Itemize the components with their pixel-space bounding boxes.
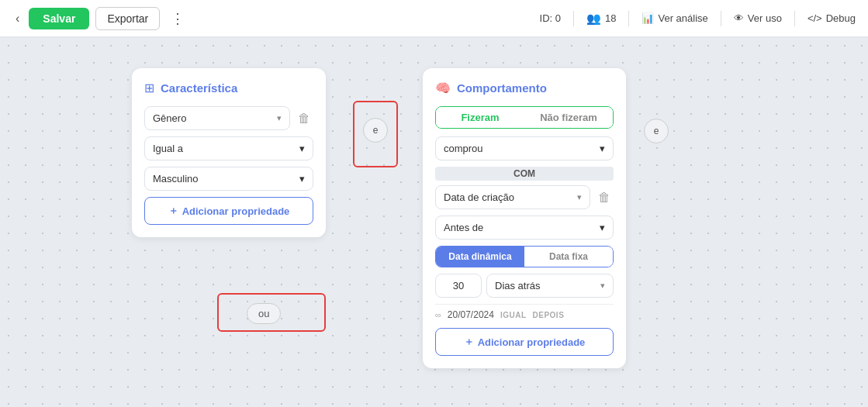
comprou-select[interactable]: comprou ▾	[435, 136, 614, 160]
connector-e1-label: e	[373, 125, 379, 136]
data-criacao-delete-button[interactable]: 🗑	[595, 188, 614, 208]
antes-de-select[interactable]: Antes de ▾	[435, 216, 614, 240]
antes-chevron-icon: ▾	[600, 222, 605, 233]
comprou-chevron-icon: ▾	[600, 143, 605, 154]
tab-data-fixa[interactable]: Data fixa	[524, 247, 613, 267]
com-badge: COM	[435, 167, 614, 181]
add-icon-comportamento: ＋	[464, 335, 474, 349]
add-property-button-comportamento[interactable]: ＋ Adicionar propriedade	[435, 328, 614, 356]
tab-nao-fizeram[interactable]: Não fizeram	[524, 107, 613, 128]
toolbar: ‹ Salvar Exportar ⋮ ID: 0 👥 18 📊 Ver aná…	[0, 0, 868, 37]
users-badge: 👥 18	[586, 12, 616, 26]
toolbar-right: ID: 0 👥 18 📊 Ver análise 👁 Ver uso </> D…	[540, 11, 856, 26]
dias-atras-label: Dias atrás	[495, 280, 541, 291]
ou-label: ou	[258, 308, 269, 319]
com-label: COM	[514, 168, 535, 179]
add-property-button-caracteristica[interactable]: ＋ Adicionar propriedade	[144, 197, 313, 225]
genero-chevron-icon: ▾	[277, 113, 282, 123]
antes-de-label: Antes de	[444, 222, 483, 233]
divider-4	[794, 11, 795, 26]
users-icon: 👥	[586, 12, 601, 26]
debug-button[interactable]: </> Debug	[807, 12, 856, 24]
genero-label: Gênero	[153, 112, 186, 124]
days-number-input[interactable]	[435, 274, 482, 298]
card-header-comportamento: 🧠 Comportamento	[435, 81, 614, 95]
genero-delete-button[interactable]: 🗑	[295, 109, 313, 129]
card-title-caracteristica: Característica	[161, 81, 237, 95]
export-button[interactable]: Exportar	[95, 7, 160, 30]
igual-chevron-icon: ▾	[299, 143, 305, 154]
masculino-label: Masculino	[153, 173, 199, 185]
comportamento-icon: 🧠	[435, 81, 451, 95]
toolbar-left: ‹ Salvar Exportar ⋮	[12, 7, 189, 30]
debug-icon: </>	[807, 12, 822, 24]
genero-select[interactable]: Gênero ▾	[144, 106, 290, 130]
back-button[interactable]: ‹	[12, 9, 22, 29]
tab-fizeram[interactable]: Fizeram	[436, 107, 524, 128]
more-button[interactable]: ⋮	[166, 7, 189, 30]
ver-analise-button[interactable]: 📊 Ver análise	[641, 12, 707, 24]
date-info-row: ∞ 20/07/2024 IGUAL DEPOIS	[435, 304, 614, 320]
add-prop-label-comportamento: Adicionar propriedade	[478, 336, 586, 348]
dias-atras-chevron-icon: ▾	[600, 281, 605, 291]
connector-e2[interactable]: e	[644, 119, 669, 143]
igual-tag: IGUAL	[500, 311, 527, 319]
ver-analise-label: Ver análise	[658, 12, 707, 24]
data-criacao-select[interactable]: Data de criação ▾	[435, 185, 590, 209]
data-type-tab-row: Data dinâmica Data fixa	[435, 246, 614, 267]
card-caracteristica: ⊞ Característica Gênero ▾ 🗑 Igual a ▾ Ma…	[132, 68, 326, 237]
igual-a-label: Igual a	[153, 143, 183, 154]
comprou-label: comprou	[444, 143, 483, 154]
date-value: 20/07/2024	[448, 309, 494, 320]
divider-3	[721, 11, 721, 26]
save-button[interactable]: Salvar	[29, 8, 89, 29]
ver-uso-label: Ver uso	[748, 12, 782, 24]
masculino-select[interactable]: Masculino ▾	[144, 167, 313, 191]
ou-badge[interactable]: ou	[247, 303, 281, 324]
add-prop-label-caracteristica: Adicionar propriedade	[182, 205, 290, 217]
divider-1	[573, 11, 574, 26]
users-count: 18	[605, 12, 616, 24]
divider-2	[628, 11, 629, 26]
card-title-comportamento: Comportamento	[457, 81, 547, 95]
caracteristica-icon: ⊞	[144, 81, 154, 95]
genero-row: Gênero ▾ 🗑	[144, 106, 313, 130]
data-criacao-chevron-icon: ▾	[577, 192, 582, 202]
add-icon-caracteristica: ＋	[168, 204, 178, 218]
ver-uso-icon: 👁	[734, 12, 744, 24]
id-label: ID: 0	[540, 12, 561, 24]
card-header-caracteristica: ⊞ Característica	[144, 81, 313, 95]
id-badge: ID: 0	[540, 12, 561, 24]
fizeram-tab-row: Fizeram Não fizeram	[435, 106, 614, 129]
card-comportamento: 🧠 Comportamento Fizeram Não fizeram comp…	[423, 68, 626, 368]
infinity-icon: ∞	[435, 310, 441, 319]
dias-atras-select[interactable]: Dias atrás ▾	[486, 274, 614, 298]
ver-uso-button[interactable]: 👁 Ver uso	[734, 12, 782, 24]
debug-label: Debug	[826, 12, 856, 24]
data-criacao-row: Data de criação ▾ 🗑	[435, 185, 614, 209]
masculino-chevron-icon: ▾	[299, 173, 305, 185]
depois-tag: DEPOIS	[533, 311, 565, 319]
tab-data-dinamica[interactable]: Data dinâmica	[436, 247, 524, 267]
data-criacao-label: Data de criação	[444, 191, 514, 203]
canvas: ⊞ Característica Gênero ▾ 🗑 Igual a ▾ Ma…	[0, 37, 868, 407]
ver-analise-icon: 📊	[641, 12, 654, 24]
number-input-row: Dias atrás ▾	[435, 274, 614, 298]
igual-a-select[interactable]: Igual a ▾	[144, 136, 313, 160]
connector-e2-label: e	[654, 126, 659, 136]
connector-e1[interactable]: e	[363, 118, 388, 143]
